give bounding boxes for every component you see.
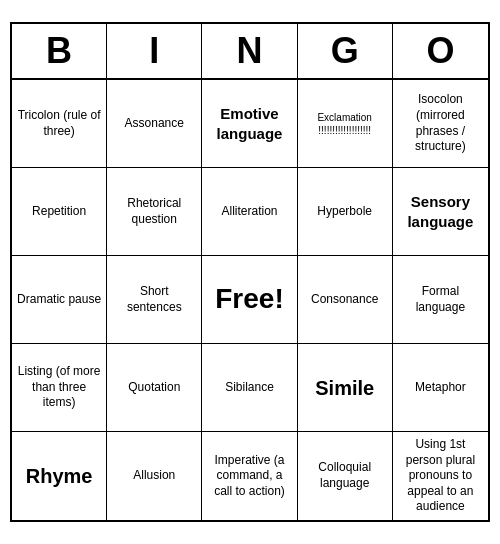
bingo-cell-6[interactable]: Rhetorical question <box>107 168 202 256</box>
bingo-cell-11[interactable]: Short sentences <box>107 256 202 344</box>
bingo-cell-22[interactable]: Imperative (a command, a call to action) <box>202 432 297 520</box>
bingo-cell-2[interactable]: Emotive language <box>202 80 297 168</box>
bingo-grid: Tricolon (rule of three)AssonanceEmotive… <box>12 80 488 520</box>
bingo-cell-0[interactable]: Tricolon (rule of three) <box>12 80 107 168</box>
bingo-cell-15[interactable]: Listing (of more than three items) <box>12 344 107 432</box>
bingo-cell-3[interactable]: Exclamation !!!!!!!!!!!!!!!!!!! <box>298 80 393 168</box>
header-i: I <box>107 24 202 78</box>
bingo-cell-23[interactable]: Colloquial language <box>298 432 393 520</box>
bingo-cell-10[interactable]: Dramatic pause <box>12 256 107 344</box>
bingo-cell-12[interactable]: Free! <box>202 256 297 344</box>
bingo-header: B I N G O <box>12 24 488 80</box>
header-b: B <box>12 24 107 78</box>
bingo-cell-1[interactable]: Assonance <box>107 80 202 168</box>
header-g: G <box>298 24 393 78</box>
bingo-cell-13[interactable]: Consonance <box>298 256 393 344</box>
bingo-cell-14[interactable]: Formal language <box>393 256 488 344</box>
bingo-cell-5[interactable]: Repetition <box>12 168 107 256</box>
header-o: O <box>393 24 488 78</box>
bingo-cell-7[interactable]: Alliteration <box>202 168 297 256</box>
header-n: N <box>202 24 297 78</box>
bingo-cell-21[interactable]: Allusion <box>107 432 202 520</box>
bingo-cell-24[interactable]: Using 1st person plural pronouns to appe… <box>393 432 488 520</box>
bingo-cell-19[interactable]: Metaphor <box>393 344 488 432</box>
bingo-cell-17[interactable]: Sibilance <box>202 344 297 432</box>
bingo-cell-4[interactable]: Isocolon (mirrored phrases / structure) <box>393 80 488 168</box>
bingo-cell-8[interactable]: Hyperbole <box>298 168 393 256</box>
bingo-cell-20[interactable]: Rhyme <box>12 432 107 520</box>
bingo-card: B I N G O Tricolon (rule of three)Assona… <box>10 22 490 522</box>
bingo-cell-16[interactable]: Quotation <box>107 344 202 432</box>
bingo-cell-9[interactable]: Sensory language <box>393 168 488 256</box>
bingo-cell-18[interactable]: Simile <box>298 344 393 432</box>
